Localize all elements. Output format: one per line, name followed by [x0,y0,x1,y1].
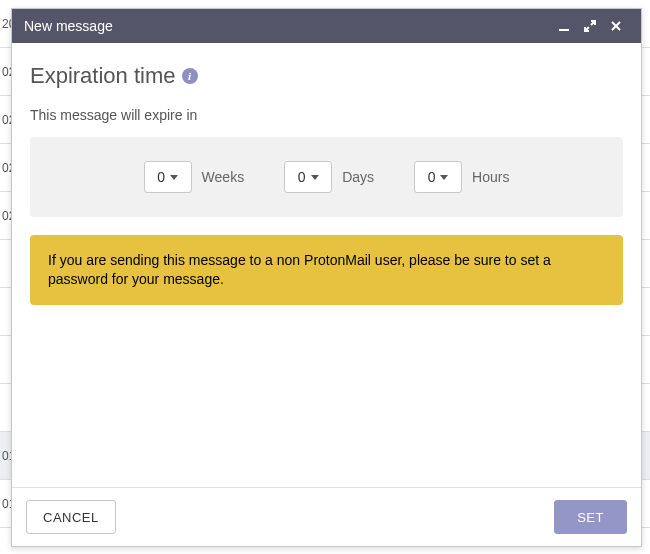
hours-value: 0 [428,169,436,185]
days-group: 0 Days [284,161,374,193]
days-select[interactable]: 0 [284,161,332,193]
hours-group: 0 Hours [414,161,509,193]
chevron-down-icon [311,175,319,180]
heading-text: Expiration time [30,63,176,89]
composer-window: New message Expiration time i This messa… [11,8,642,547]
expand-icon[interactable] [577,13,603,39]
warning-alert: If you are sending this message to a non… [30,235,623,305]
weeks-select[interactable]: 0 [144,161,192,193]
days-value: 0 [298,169,306,185]
time-picker-box: 0 Weeks 0 Days 0 Hours [30,137,623,217]
info-icon[interactable]: i [182,68,198,84]
close-icon[interactable] [603,13,629,39]
chevron-down-icon [170,175,178,180]
hours-label: Hours [472,169,509,185]
chevron-down-icon [440,175,448,180]
weeks-label: Weeks [202,169,245,185]
hours-select[interactable]: 0 [414,161,462,193]
set-button[interactable]: SET [554,500,627,534]
weeks-value: 0 [157,169,165,185]
days-label: Days [342,169,374,185]
weeks-group: 0 Weeks [144,161,245,193]
panel-heading: Expiration time i [30,63,623,89]
cancel-button[interactable]: CANCEL [26,500,116,534]
panel-subtext: This message will expire in [30,107,623,123]
window-title: New message [24,18,551,34]
footer: CANCEL SET [12,487,641,546]
composer-body: Expiration time i This message will expi… [12,43,641,487]
titlebar: New message [12,9,641,43]
minimize-icon[interactable] [551,13,577,39]
